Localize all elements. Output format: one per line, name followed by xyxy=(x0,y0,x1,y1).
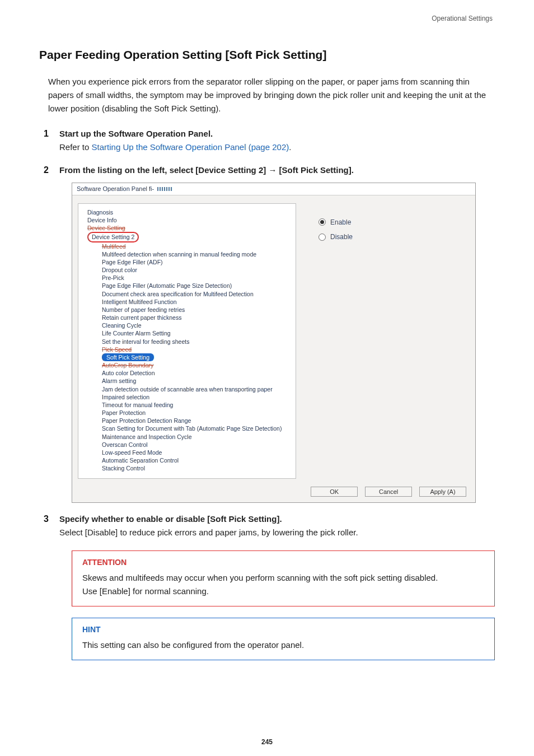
step-number: 1 xyxy=(44,129,49,139)
step-item-2: 2 From the listing on the left, select [… xyxy=(44,165,495,503)
ok-button[interactable]: OK xyxy=(311,487,358,497)
step-title: Specify whether to enable or disable [So… xyxy=(59,514,495,524)
step-number: 2 xyxy=(44,165,49,175)
step-body-prefix: Refer to xyxy=(59,142,92,152)
title-redaction xyxy=(157,187,173,191)
step-item-1: 1 Start up the Software Operation Panel.… xyxy=(44,129,495,154)
hint-body: This setting can also be configured from… xyxy=(82,638,484,652)
tree-item[interactable]: Low-speed Feed Mode xyxy=(82,449,292,456)
radio-icon xyxy=(318,234,326,241)
tree-item[interactable]: Paper Protection xyxy=(82,409,292,417)
tree-item[interactable]: Automatic Separation Control xyxy=(82,456,292,464)
tree-node-device-setting-2[interactable]: Device Setting 2 xyxy=(82,232,292,242)
tree-item[interactable]: Paper Protection Detection Range xyxy=(82,417,292,424)
tree-item[interactable]: Maintenance and Inspection Cycle xyxy=(82,433,292,441)
xref-link[interactable]: Starting Up the Software Operation Panel… xyxy=(92,142,289,152)
dialog-title-text: Software Operation Panel fi- xyxy=(77,185,154,193)
header-right-label: Operational Settings xyxy=(39,15,495,22)
step-number: 3 xyxy=(44,514,49,524)
tree-item[interactable]: Number of paper feeding retries xyxy=(82,306,292,314)
page-number: 245 xyxy=(0,738,534,746)
attention-line-2: Use [Enable] for normal scanning. xyxy=(82,585,484,598)
tree-item[interactable]: Dropout color xyxy=(82,266,292,274)
step-body-suffix: . xyxy=(289,142,291,152)
attention-callout: ATTENTION Skews and multifeeds may occur… xyxy=(72,550,495,606)
tree-item[interactable]: Overscan Control xyxy=(82,441,292,449)
tree-item[interactable]: Intelligent Multifeed Function xyxy=(82,298,292,306)
intro-paragraph: When you experience pick errors from the… xyxy=(48,75,495,115)
radio-icon xyxy=(318,218,326,226)
attention-heading: ATTENTION xyxy=(82,558,484,567)
radio-disable[interactable]: Disable xyxy=(318,232,461,241)
attention-line-1: Skews and multifeeds may occur when you … xyxy=(82,571,484,585)
tree-item[interactable]: Retain current paper thickness xyxy=(82,314,292,321)
section-heading: Paper Feeding Operation Setting [Soft Pi… xyxy=(39,48,495,62)
dialog-titlebar: Software Operation Panel fi- xyxy=(72,183,475,195)
step-item-3: 3 Specify whether to enable or disable [… xyxy=(44,514,495,660)
apply-button[interactable]: Apply (A) xyxy=(419,487,466,497)
tree-item[interactable]: Page Edge Filler (Automatic Page Size De… xyxy=(82,282,292,290)
tree-item[interactable]: Auto color Detection xyxy=(82,369,292,377)
tree-item[interactable]: Stacking Control xyxy=(82,464,292,472)
tree-item[interactable]: Life Counter Alarm Setting xyxy=(82,329,292,337)
tree-node-soft-pick-setting[interactable]: Soft Pick Setting xyxy=(82,353,292,361)
tree-item[interactable]: Impaired selection xyxy=(82,393,292,401)
tree-item[interactable]: Document check area specification for Mu… xyxy=(82,290,292,298)
options-panel: Enable Disable xyxy=(296,203,470,479)
step-title: Start up the Software Operation Panel. xyxy=(59,129,495,138)
page: Operational Settings Paper Feeding Opera… xyxy=(0,0,534,756)
hint-callout: HINT This setting can also be configured… xyxy=(72,618,495,660)
tree-item[interactable]: Timeout for manual feeding xyxy=(82,401,292,409)
dialog-mock: Software Operation Panel fi- Diagnosis D… xyxy=(72,183,476,503)
tree-node-diagnosis[interactable]: Diagnosis xyxy=(82,208,292,216)
settings-tree[interactable]: Diagnosis Device Info Device Setting Dev… xyxy=(78,203,296,479)
tree-item[interactable]: Scan Setting for Document with Tab (Auto… xyxy=(82,424,292,432)
tree-item[interactable]: Pick Speed xyxy=(82,346,292,353)
tree-item[interactable]: Pre-Pick xyxy=(82,274,292,282)
tree-node-device-setting[interactable]: Device Setting xyxy=(82,224,292,232)
radio-label-disable: Disable xyxy=(330,232,353,241)
tree-item[interactable]: Cleaning Cycle xyxy=(82,321,292,329)
tree-item[interactable]: Multifeed detection when scanning in man… xyxy=(82,250,292,258)
tree-item[interactable]: Alarm setting xyxy=(82,377,292,385)
step-list: 1 Start up the Software Operation Panel.… xyxy=(44,129,495,660)
attention-body: Skews and multifeeds may occur when you … xyxy=(82,571,484,598)
dialog-button-row: OK Cancel Apply (A) xyxy=(72,483,475,503)
tree-item[interactable]: AutoCrop Boundary xyxy=(82,361,292,369)
tree-node-device-info[interactable]: Device Info xyxy=(82,216,292,224)
step-body: Refer to Starting Up the Software Operat… xyxy=(59,141,495,154)
tree-item[interactable]: Jam detection outside of scannable area … xyxy=(82,385,292,393)
radio-enable[interactable]: Enable xyxy=(318,218,461,227)
hint-heading: HINT xyxy=(82,625,484,634)
cancel-button[interactable]: Cancel xyxy=(365,487,412,497)
tree-item[interactable]: Multifeed xyxy=(82,242,292,250)
tree-item[interactable]: Page Edge Filler (ADF) xyxy=(82,258,292,266)
tree-item[interactable]: Set the interval for feeding sheets xyxy=(82,338,292,346)
radio-label-enable: Enable xyxy=(330,218,351,227)
step-body: Select [Disable] to reduce pick errors a… xyxy=(59,526,495,539)
step-title: From the listing on the left, select [De… xyxy=(59,165,495,175)
